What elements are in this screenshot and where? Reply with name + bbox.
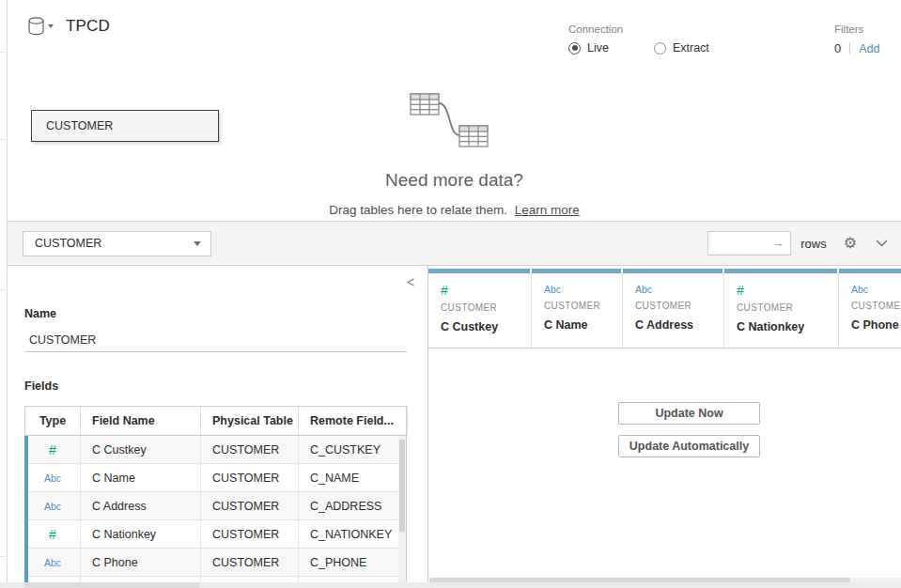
string-type-icon: Abc bbox=[44, 501, 61, 512]
gear-icon[interactable]: ⚙ bbox=[844, 236, 857, 251]
table-details-toolbar: CUSTOMER → rows ⚙ bbox=[8, 222, 901, 266]
fields-table: Type Field Name Physical Table Remote Fi… bbox=[24, 406, 407, 588]
fields-table-scrollbar[interactable] bbox=[398, 436, 406, 588]
chevron-down-icon bbox=[194, 241, 201, 246]
collapse-panel-icon[interactable]: < bbox=[407, 273, 414, 292]
grid-column-header[interactable]: Abc CUSTOMER C Address bbox=[623, 269, 724, 348]
number-type-icon: # bbox=[441, 283, 448, 298]
chevron-down-icon[interactable] bbox=[876, 240, 888, 247]
string-type-icon: Abc bbox=[44, 472, 61, 484]
scrollbar-thumb[interactable] bbox=[399, 440, 405, 532]
window-bottom-scrollbar[interactable] bbox=[0, 582, 901, 588]
table-row[interactable]: # C Custkey CUSTOMER C_CUSTKEY bbox=[25, 436, 406, 464]
connection-section: Connection Live Extract bbox=[568, 23, 754, 54]
drag-tables-hint: Drag tables here to relate them. Learn m… bbox=[8, 203, 901, 217]
string-type-icon: Abc bbox=[851, 284, 868, 295]
radio-live-icon[interactable] bbox=[568, 42, 581, 54]
logical-table-customer[interactable]: CUSTOMER bbox=[31, 110, 219, 142]
string-type-icon: Abc bbox=[635, 284, 652, 295]
string-type-icon: Abc bbox=[544, 284, 561, 295]
relate-tables-illustration-icon bbox=[410, 92, 496, 150]
radio-extract[interactable]: Extract bbox=[654, 41, 709, 54]
name-label: Name bbox=[24, 307, 56, 320]
number-type-icon: # bbox=[49, 527, 56, 542]
name-input[interactable]: CUSTOMER bbox=[24, 328, 407, 352]
number-type-icon: # bbox=[49, 442, 56, 457]
filters-label: Filters bbox=[834, 23, 879, 35]
rows-limit-input[interactable] bbox=[708, 232, 790, 255]
column-header-field-name[interactable]: Field Name bbox=[81, 407, 201, 435]
filters-add-link[interactable]: Add bbox=[859, 42, 879, 55]
table-row[interactable]: Abc C Address CUSTOMER C_ADDRESS bbox=[25, 492, 406, 520]
column-header-type[interactable]: Type bbox=[25, 407, 81, 435]
string-type-icon: Abc bbox=[44, 557, 61, 568]
grid-column-header[interactable]: # CUSTOMER C Nationkey bbox=[724, 269, 839, 348]
table-select-dropdown[interactable]: CUSTOMER bbox=[23, 231, 211, 256]
database-icon[interactable] bbox=[28, 17, 44, 36]
datasource-header: TPCD bbox=[28, 17, 110, 36]
divider bbox=[0, 139, 6, 140]
table-metadata-panel: < Name CUSTOMER Fields Type Field Name P… bbox=[8, 266, 427, 588]
relationship-canvas: TPCD Connection Live Extract Filters 0 A… bbox=[8, 0, 901, 222]
selected-rows-accent-bar bbox=[24, 436, 28, 588]
database-dropdown-caret-icon[interactable] bbox=[48, 24, 54, 28]
grid-column-header[interactable]: Abc CUSTOMER C Name bbox=[532, 269, 623, 348]
table-row[interactable]: # C Nationkey CUSTOMER C_NATIONKEY bbox=[25, 520, 406, 549]
rows-label: rows bbox=[800, 237, 826, 251]
divider bbox=[0, 289, 6, 290]
table-row[interactable]: Abc C Phone CUSTOMER C_PHONE bbox=[25, 549, 406, 577]
table-row[interactable]: Abc C Name CUSTOMER C_NAME bbox=[25, 464, 406, 492]
radio-live[interactable]: Live bbox=[568, 41, 609, 54]
grid-column-header[interactable]: # CUSTOMER C Custkey bbox=[428, 269, 532, 348]
radio-extract-icon[interactable] bbox=[654, 42, 666, 54]
divider bbox=[0, 52, 6, 53]
rows-limit-field[interactable]: → bbox=[707, 231, 791, 255]
datasource-title: TPCD bbox=[66, 17, 110, 36]
data-preview-grid: # CUSTOMER C Custkey Abc CUSTOMER C Name… bbox=[427, 266, 901, 588]
scrollbar-thumb[interactable] bbox=[24, 582, 199, 588]
filters-section: Filters 0 Add bbox=[834, 23, 879, 55]
divider bbox=[849, 42, 850, 54]
update-now-button[interactable]: Update Now bbox=[618, 402, 760, 425]
connection-label: Connection bbox=[568, 23, 754, 35]
filters-count: 0 bbox=[834, 41, 841, 55]
number-type-icon: # bbox=[737, 283, 744, 298]
column-header-physical-table[interactable]: Physical Table bbox=[201, 407, 299, 435]
grid-column-header[interactable]: Abc CUSTOMER C Phone bbox=[839, 269, 901, 348]
grid-header-row: # CUSTOMER C Custkey Abc CUSTOMER C Name… bbox=[428, 269, 901, 348]
learn-more-link[interactable]: Learn more bbox=[515, 203, 580, 217]
fields-table-header: Type Field Name Physical Table Remote Fi… bbox=[25, 407, 406, 436]
divider bbox=[0, 556, 6, 557]
collapsed-connections-pane[interactable] bbox=[0, 0, 8, 588]
update-automatically-button[interactable]: Update Automatically bbox=[618, 435, 760, 457]
need-more-data-headline: Need more data? bbox=[8, 170, 901, 191]
column-header-remote-field[interactable]: Remote Field... bbox=[299, 407, 408, 435]
fields-label: Fields bbox=[24, 379, 58, 393]
